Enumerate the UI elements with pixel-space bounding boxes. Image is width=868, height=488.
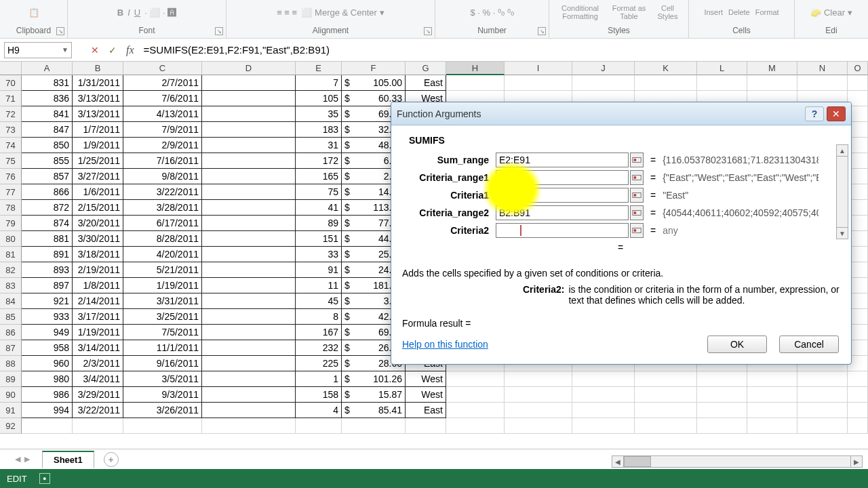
cell[interactable]: 1/31/2011 [73, 75, 123, 91]
cell[interactable] [572, 371, 635, 387]
cell[interactable] [202, 75, 296, 91]
cell[interactable]: East [406, 75, 446, 91]
sheet-nav-next-icon[interactable]: ▶ [24, 455, 30, 464]
cell[interactable]: 958 [22, 340, 73, 356]
cell[interactable] [797, 418, 848, 434]
column-header[interactable]: O [848, 62, 868, 75]
enter-formula-icon[interactable]: ✓ [108, 45, 117, 56]
cell[interactable]: $15.87 [342, 387, 406, 403]
row-header[interactable]: 90 [0, 387, 22, 403]
scroll-down-icon[interactable]: ▼ [836, 227, 848, 239]
range-selector-icon[interactable] [630, 205, 644, 220]
column-header[interactable]: H [446, 62, 505, 75]
close-icon[interactable]: ✕ [827, 106, 846, 121]
cell[interactable]: 874 [22, 216, 73, 231]
cell[interactable] [446, 75, 505, 91]
cell[interactable] [697, 371, 747, 387]
cell[interactable]: 872 [22, 200, 73, 216]
row-header[interactable]: 84 [0, 293, 22, 309]
cell[interactable] [635, 418, 697, 434]
cell[interactable]: 9/3/2011 [123, 387, 202, 403]
cell[interactable]: 857 [22, 169, 73, 184]
sheet-nav-prev-icon[interactable]: ◀ [15, 455, 20, 464]
row-header[interactable]: 88 [0, 356, 22, 371]
cancel-button[interactable]: Cancel [779, 336, 839, 353]
cell[interactable]: 3/28/2011 [123, 200, 202, 216]
cell[interactable] [202, 293, 296, 309]
cell[interactable]: 89 [296, 216, 342, 231]
arg-input-criteria_range2[interactable] [496, 205, 629, 220]
cell[interactable] [296, 418, 342, 434]
column-header[interactable]: G [406, 62, 446, 75]
cell[interactable]: 1 [296, 371, 342, 387]
column-header[interactable]: L [697, 62, 747, 75]
cell[interactable] [697, 387, 747, 403]
cell[interactable]: $105.00 [342, 75, 406, 91]
cell[interactable]: 11 [296, 278, 342, 293]
cell[interactable]: 158 [296, 387, 342, 403]
cell[interactable] [202, 387, 296, 403]
cell[interactable] [202, 169, 296, 184]
cell[interactable]: 847 [22, 122, 73, 138]
cell[interactable] [848, 387, 868, 403]
cell[interactable] [202, 184, 296, 200]
cell[interactable]: 933 [22, 309, 73, 325]
row-header[interactable]: 85 [0, 309, 22, 325]
cell[interactable] [797, 75, 848, 91]
column-header[interactable]: N [797, 62, 848, 75]
row-header[interactable]: 74 [0, 138, 22, 153]
cell[interactable]: 2/9/2011 [123, 138, 202, 153]
cell[interactable]: 866 [22, 184, 73, 200]
cell[interactable] [202, 216, 296, 231]
cell[interactable] [697, 403, 747, 418]
cell[interactable] [797, 371, 848, 387]
cell[interactable]: $85.41 [342, 403, 406, 418]
arg-input-sum_range[interactable] [496, 152, 629, 167]
cell[interactable]: 7/6/2011 [123, 91, 202, 106]
cell[interactable]: 881 [22, 231, 73, 247]
cell[interactable] [202, 418, 296, 434]
name-box[interactable]: H9 ▼ [4, 42, 72, 58]
row-header[interactable]: 80 [0, 231, 22, 247]
cell[interactable] [747, 418, 797, 434]
dialog-launcher-icon[interactable]: ↘ [538, 27, 546, 35]
cell[interactable]: 2/7/2011 [123, 75, 202, 91]
cell[interactable]: 1/6/2011 [73, 184, 123, 200]
cell[interactable]: 986 [22, 387, 73, 403]
cell[interactable] [572, 75, 635, 91]
cell[interactable] [848, 403, 868, 418]
cell[interactable]: 3/29/2011 [73, 387, 123, 403]
cell[interactable]: 3/26/2011 [123, 403, 202, 418]
column-header[interactable]: K [635, 62, 697, 75]
cell[interactable] [697, 418, 747, 434]
cell[interactable]: 35 [296, 106, 342, 122]
cell[interactable]: 225 [296, 356, 342, 371]
cell[interactable] [406, 418, 446, 434]
column-header[interactable]: E [296, 62, 342, 75]
cell[interactable] [572, 418, 635, 434]
row-header[interactable]: 79 [0, 216, 22, 231]
cell[interactable] [202, 153, 296, 169]
cell[interactable] [848, 418, 868, 434]
cell[interactable] [797, 387, 848, 403]
row-header[interactable]: 78 [0, 200, 22, 216]
cell[interactable]: 11/1/2011 [123, 340, 202, 356]
cell[interactable]: 4/13/2011 [123, 106, 202, 122]
row-header[interactable]: 87 [0, 340, 22, 356]
cell[interactable]: 3/5/2011 [123, 371, 202, 387]
cell[interactable] [505, 403, 572, 418]
cell[interactable]: 7/16/2011 [123, 153, 202, 169]
cell[interactable]: 897 [22, 278, 73, 293]
row-header[interactable]: 89 [0, 371, 22, 387]
cell[interactable] [73, 418, 123, 434]
range-selector-icon[interactable] [630, 170, 644, 185]
cell[interactable]: 232 [296, 340, 342, 356]
cell[interactable]: 165 [296, 169, 342, 184]
cell[interactable]: 836 [22, 91, 73, 106]
cell[interactable] [202, 106, 296, 122]
cell[interactable]: 91 [296, 262, 342, 278]
row-header[interactable]: 76 [0, 169, 22, 184]
macro-record-icon[interactable]: ● [39, 473, 50, 484]
column-header[interactable]: C [123, 62, 202, 75]
cell[interactable]: 3/22/2011 [73, 403, 123, 418]
